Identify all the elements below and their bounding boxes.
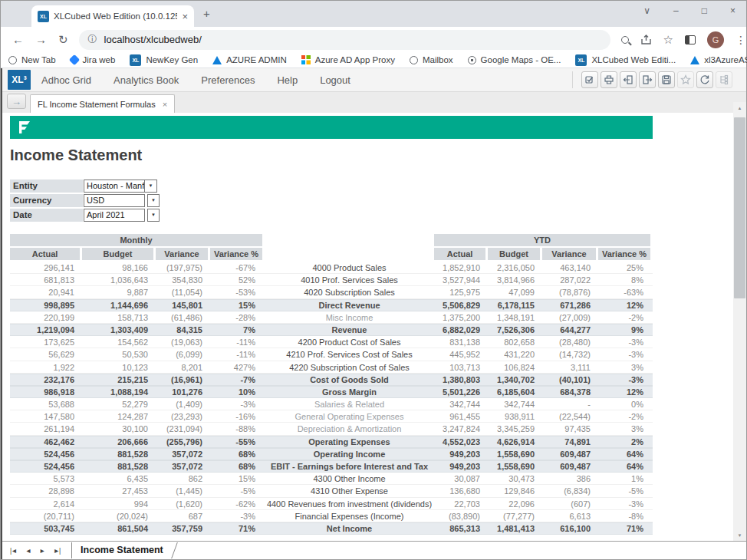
column-header: Budget	[82, 248, 156, 260]
nav-help[interactable]: Help	[277, 74, 298, 86]
report-tab-close-icon[interactable]: ×	[163, 100, 167, 109]
site-info-icon[interactable]: ⓘ	[88, 33, 97, 46]
nav-analytics-book[interactable]: Analytics Book	[114, 74, 179, 86]
bookmark-item[interactable]: Mailbox	[410, 55, 453, 64]
ytd-cell: 136,680	[434, 485, 488, 497]
income-statement-table: Monthly YTD Actual Budget Variance Varia…	[10, 234, 653, 535]
row-label: 4210 Prof. Services Cost of Sales	[265, 348, 434, 361]
ytd-cell: 4,552,023	[434, 436, 488, 448]
monthly-cell: (23,293)	[156, 410, 210, 423]
ytd-cell: 30,087	[434, 473, 488, 485]
side-panel-icon[interactable]	[685, 35, 696, 44]
currency-dropdown-icon[interactable]: ▼	[147, 194, 160, 207]
sheet-last-icon[interactable]: ►|	[53, 547, 60, 555]
bookmark-star-icon[interactable]: ☆	[663, 34, 673, 45]
ytd-cell: 287,022	[542, 274, 598, 286]
browser-tab-title: XLCubed Web Edition (10.0.125.0	[54, 12, 177, 21]
nav-preferences[interactable]: Preferences	[201, 74, 255, 86]
forward-icon[interactable]: →	[35, 33, 47, 46]
report-tab-forward-icon[interactable]: →	[7, 94, 26, 109]
monthly-cell: 84,315	[156, 324, 210, 336]
ytd-cell: 671,286	[542, 299, 598, 311]
sheet-tab-income-statement[interactable]: Income Statement	[71, 542, 182, 558]
table-row: 524,456881,528357,07268%EBIT - Earnings …	[10, 460, 653, 473]
bookmark-item[interactable]: Azure AD App Proxy	[301, 55, 395, 64]
vertical-scrollbar[interactable]: ▲ ▼	[733, 102, 746, 541]
ytd-cell: 865,313	[434, 522, 488, 535]
monthly-cell: 5,573	[10, 473, 82, 485]
nav-adhoc-grid[interactable]: Adhoc Grid	[41, 74, 91, 86]
table-row: 503,745861,504357,75971%Net Income865,31…	[10, 522, 653, 535]
browser-menu-icon[interactable]: ⋮	[735, 34, 746, 46]
browser-tab[interactable]: XL XLCubed Web Edition (10.0.125.0 ×	[31, 5, 194, 27]
bookmark-item[interactable]: XLXLCubed Web Editi...	[575, 54, 676, 66]
zoom-icon[interactable]	[621, 36, 629, 44]
entity-filter-label: Entity	[10, 180, 83, 193]
bookmark-item[interactable]: xl3AzureAS - Micro...	[690, 55, 747, 64]
sheet-first-icon[interactable]: |◄	[10, 547, 17, 555]
scroll-up-icon[interactable]: ▲	[733, 102, 746, 114]
monthly-cell: -28%	[210, 311, 265, 324]
ytd-cell: 684,378	[542, 386, 598, 398]
minimize-button[interactable]: –	[673, 5, 679, 16]
save-icon[interactable]	[658, 71, 675, 88]
monthly-cell: 206,666	[82, 436, 156, 448]
edit-check-icon[interactable]	[581, 71, 598, 88]
share-icon[interactable]	[640, 35, 652, 45]
ytd-cell: 22,096	[488, 498, 542, 510]
sheet-tab-bar: |◄ ◄ ► ►| Income Statement	[2, 541, 746, 559]
nav-logout[interactable]: Logout	[320, 74, 350, 86]
date-filter-value[interactable]: April 2021	[84, 209, 145, 222]
export-book-icon[interactable]	[620, 71, 637, 88]
bookmark-item[interactable]: XLNewKey Gen	[130, 54, 198, 66]
back-icon[interactable]: ←	[12, 33, 24, 46]
url-text[interactable]: localhost/xlcubedweb/	[104, 34, 202, 45]
new-tab-button[interactable]: +	[203, 7, 210, 20]
monthly-cell: 524,456	[10, 460, 82, 473]
company-logo-icon	[17, 120, 34, 135]
import-book-icon[interactable]	[639, 71, 656, 88]
profile-avatar[interactable]: G	[707, 31, 724, 48]
print-icon[interactable]	[601, 71, 617, 88]
monthly-cell: 52%	[210, 274, 265, 286]
bookmark-item[interactable]: New Tab	[8, 55, 56, 64]
entity-filter-value[interactable]: Houston - Manf	[84, 180, 145, 193]
monthly-cell: 427%	[210, 361, 265, 374]
ytd-cell: 64%	[598, 460, 653, 473]
date-dropdown-icon[interactable]: ▼	[147, 209, 160, 222]
bookmark-item[interactable]: Google Maps - OE...	[468, 55, 561, 64]
refresh-icon[interactable]	[696, 71, 713, 88]
bookmark-item[interactable]: AZURE ADMIN	[212, 55, 287, 64]
maximize-button[interactable]: □	[702, 5, 707, 16]
bookmark-label: Azure AD App Proxy	[315, 55, 395, 64]
currency-filter-value[interactable]: USD	[84, 194, 145, 207]
report-tab[interactable]: FL Income Statement Formulas ×	[30, 94, 175, 113]
scrollbar-thumb[interactable]	[734, 117, 745, 298]
tab-close-icon[interactable]: ×	[182, 11, 188, 22]
ytd-cell: 4,626,914	[488, 436, 542, 448]
ytd-cell: 7,526,306	[488, 324, 542, 336]
ytd-cell: (28,480)	[542, 336, 598, 348]
ytd-cell: -2%	[598, 410, 653, 423]
scroll-down-icon[interactable]: ▼	[733, 529, 746, 541]
sheet-prev-icon[interactable]: ◄	[25, 547, 31, 555]
sheet-next-icon[interactable]: ►	[39, 547, 44, 555]
bookmark-item[interactable]: Jira web	[71, 55, 116, 64]
table-row: 261,19430,100(231,094)-88%Depreciation &…	[10, 423, 653, 435]
monthly-cell: -11%	[210, 336, 265, 348]
monthly-cell: (61,486)	[156, 311, 210, 324]
entity-dropdown-icon[interactable]: ▼	[145, 180, 157, 193]
reload-icon[interactable]: ↻	[58, 33, 68, 47]
monthly-cell: 357,072	[156, 460, 210, 473]
filter-panel: Entity Houston - Manf ▼ Currency USD ▼ D…	[10, 179, 160, 222]
monthly-cell: 10,123	[82, 361, 156, 374]
ytd-cell: 71%	[598, 522, 653, 535]
ytd-cell: -3%	[598, 498, 653, 510]
close-button[interactable]: ×	[730, 5, 735, 16]
ytd-cell: (6,834)	[542, 485, 598, 497]
tab-search-icon[interactable]: ∨	[643, 5, 650, 16]
ytd-cell: 616,100	[542, 522, 598, 535]
address-bar[interactable]: ⓘ localhost/xlcubedweb/	[79, 30, 610, 50]
ytd-cell: 1,852,910	[434, 262, 488, 274]
app-header: XL³ Adhoc Grid Analytics Book Preference…	[2, 68, 746, 92]
